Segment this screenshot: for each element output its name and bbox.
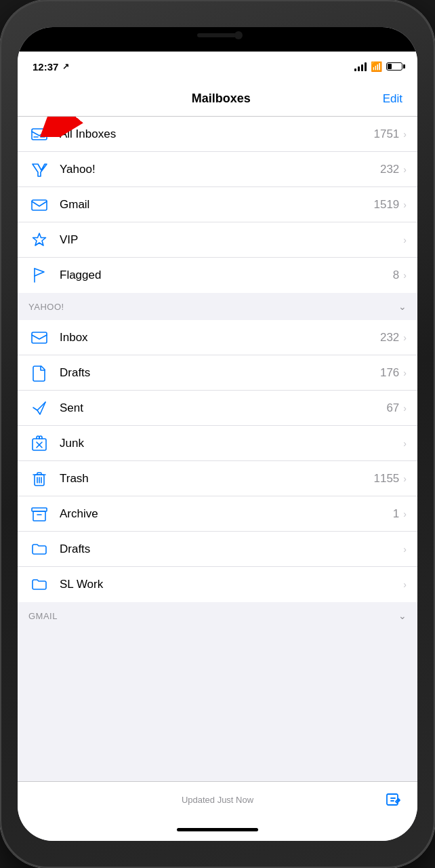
yahoo-archive-count: 1 — [393, 507, 399, 521]
chevron-icon: › — [403, 199, 407, 210]
signal-icon — [354, 62, 367, 71]
gmail-icon — [28, 194, 50, 216]
yahoo-icon — [28, 159, 50, 180]
yahoo-archive-label: Archive — [60, 507, 393, 521]
list-item[interactable]: All Inboxes 1751 › — [18, 117, 417, 152]
vip-label: VIP — [60, 233, 399, 247]
list-item[interactable]: Junk › — [18, 426, 417, 461]
all-inboxes-count: 1751 — [374, 127, 400, 141]
section-collapse-icon: ⌄ — [398, 301, 407, 312]
yahoo-sent-count: 67 — [386, 401, 399, 415]
compose-button[interactable] — [384, 791, 402, 810]
yahoo-trash-count: 1155 — [374, 472, 400, 486]
page-title: Mailboxes — [192, 92, 251, 106]
phone-frame: 12:37 ↗ 📶 Mailboxes Edit — [0, 0, 435, 868]
chevron-icon: › — [403, 438, 407, 449]
svg-rect-19 — [387, 794, 398, 805]
trash-icon — [28, 468, 50, 490]
list-item[interactable]: SL Work › — [18, 567, 417, 602]
chevron-icon: › — [403, 164, 407, 175]
battery-icon — [386, 62, 402, 71]
folder-slwork-icon — [28, 574, 50, 595]
yahoo-inbox-label: Inbox — [60, 331, 380, 344]
status-time: 12:37 — [33, 61, 58, 73]
yahoo-inbox-count: 232 — [380, 331, 399, 344]
svg-line-4 — [58, 117, 106, 123]
yahoo-sent-label: Sent — [60, 401, 386, 415]
yahoo-slwork-label: SL Work — [60, 578, 399, 591]
folder-icon — [28, 538, 50, 560]
status-right: 📶 — [354, 61, 402, 72]
flagged-label: Flagged — [60, 269, 393, 282]
list-item[interactable]: Sent 67 › — [18, 391, 417, 426]
gmail-label: Gmail — [60, 198, 374, 212]
chevron-icon: › — [403, 332, 407, 343]
sent-icon — [28, 397, 50, 419]
home-indicator — [177, 828, 258, 831]
list-item[interactable]: Drafts 176 › — [18, 355, 417, 391]
flag-icon — [28, 264, 50, 286]
yahoo-count: 232 — [380, 163, 399, 176]
draft-icon — [28, 362, 50, 384]
yahoo-mailboxes-section: Inbox 232 › Drafts 176 › — [18, 320, 417, 602]
list-item[interactable]: Trash 1155 › — [18, 461, 417, 496]
all-inboxes-label: All Inboxes — [60, 127, 374, 141]
chevron-icon: › — [403, 270, 407, 281]
section-collapse-icon: ⌄ — [398, 610, 407, 621]
chevron-icon: › — [403, 509, 407, 519]
yahoo-drafts-count: 176 — [380, 366, 399, 380]
gmail-section-title: GMAIL — [28, 611, 58, 621]
status-bar: 12:37 ↗ 📶 — [18, 52, 417, 81]
chevron-icon: › — [403, 579, 407, 590]
camera — [234, 31, 243, 39]
edit-button[interactable]: Edit — [383, 92, 402, 106]
main-content: All Inboxes 1751 › — [18, 117, 417, 781]
list-item[interactable]: Flagged 8 › — [18, 258, 417, 293]
svg-rect-7 — [32, 332, 47, 343]
gmail-count: 1519 — [374, 198, 400, 212]
list-item[interactable]: Archive 1 › — [18, 496, 417, 532]
chevron-icon: › — [403, 129, 407, 140]
inbox-all-icon — [28, 123, 50, 145]
wifi-icon: 📶 — [371, 61, 382, 72]
nav-bar: Mailboxes Edit — [18, 81, 417, 117]
list-item[interactable]: Drafts › — [18, 532, 417, 567]
yahoo-drafts2-label: Drafts — [60, 542, 399, 556]
list-item[interactable]: VIP › — [18, 222, 417, 258]
sync-status: Updated Just Now — [51, 795, 384, 805]
inboxes-section: All Inboxes 1751 › — [18, 117, 417, 293]
svg-rect-0 — [32, 129, 47, 140]
vip-star-icon — [28, 229, 50, 251]
chevron-icon: › — [403, 368, 407, 378]
list-item[interactable]: Inbox 232 › — [18, 320, 417, 355]
svg-rect-5 — [32, 200, 47, 210]
notch — [167, 27, 268, 46]
notch-area — [18, 27, 417, 52]
status-left: 12:37 ↗ — [33, 61, 69, 73]
list-item[interactable]: Yahoo! 232 › — [18, 152, 417, 187]
home-indicator-area — [18, 818, 417, 841]
chevron-icon: › — [403, 403, 407, 414]
chevron-icon: › — [403, 544, 407, 555]
junk-icon — [28, 433, 50, 454]
yahoo-section-title: YAHOO! — [28, 302, 64, 312]
archive-icon — [28, 503, 50, 525]
yahoo-section-header[interactable]: YAHOO! ⌄ — [18, 293, 417, 320]
yahoo-junk-label: Junk — [60, 437, 399, 450]
bottom-bar: Updated Just Now — [18, 781, 417, 818]
chevron-icon: › — [403, 235, 407, 245]
yahoo-label: Yahoo! — [60, 163, 380, 176]
inbox-icon — [28, 327, 50, 349]
location-icon: ↗ — [62, 62, 69, 71]
yahoo-trash-label: Trash — [60, 472, 374, 486]
chevron-icon: › — [403, 473, 407, 484]
speaker — [197, 33, 238, 37]
flagged-count: 8 — [393, 269, 399, 282]
gmail-section-header[interactable]: GMAIL ⌄ — [18, 602, 417, 629]
svg-rect-17 — [33, 511, 45, 521]
phone-screen: 12:37 ↗ 📶 Mailboxes Edit — [18, 27, 417, 841]
list-item[interactable]: Gmail 1519 › — [18, 187, 417, 222]
yahoo-drafts-label: Drafts — [60, 366, 380, 380]
svg-marker-6 — [33, 233, 46, 245]
